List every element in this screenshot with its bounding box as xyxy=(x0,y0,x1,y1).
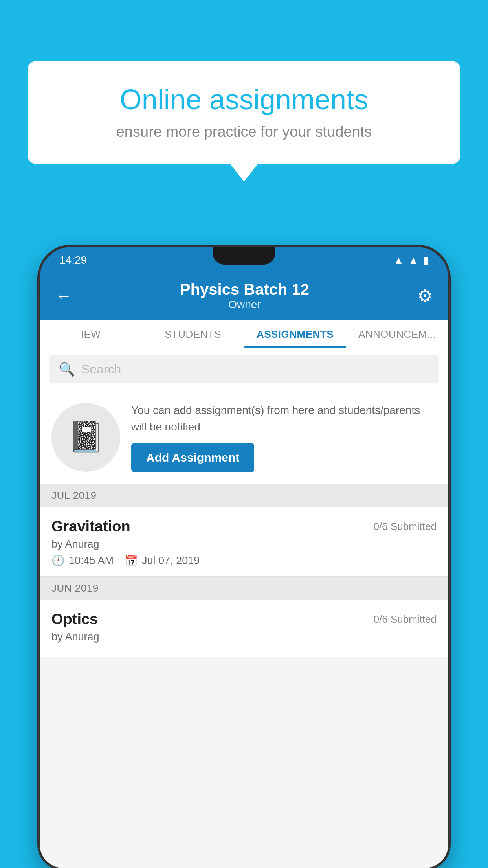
search-icon: 🔍 xyxy=(59,361,75,377)
assignment-by-gravitation: by Anurag xyxy=(51,538,437,550)
assignment-card-right: You can add assignment(s) from here and … xyxy=(131,402,437,472)
search-container: 🔍 Search xyxy=(40,348,448,390)
header-center: Physics Batch 12 Owner xyxy=(180,281,309,311)
assignment-icon-circle: 📓 xyxy=(51,403,120,472)
assignment-optics-row-top: Optics 0/6 Submitted xyxy=(51,611,437,628)
tab-assignments[interactable]: ASSIGNMENTS xyxy=(244,320,346,348)
submitted-count-optics: 0/6 Submitted xyxy=(374,613,437,625)
phone-content: 🔍 Search 📓 You can add assignment(s) fro… xyxy=(40,348,448,868)
app-header: ← Physics Batch 12 Owner ⚙ xyxy=(40,274,448,320)
back-button[interactable]: ← xyxy=(55,287,72,305)
assignment-by-optics: by Anurag xyxy=(51,631,437,643)
speech-bubble-title: Online assignments xyxy=(55,83,433,116)
settings-icon[interactable]: ⚙ xyxy=(417,286,433,306)
speech-bubble-container: Online assignments ensure more practice … xyxy=(28,61,460,182)
header-subtitle: Owner xyxy=(180,298,309,311)
status-time: 14:29 xyxy=(59,254,87,267)
search-placeholder: Search xyxy=(81,362,121,377)
submitted-count-gravitation: 0/6 Submitted xyxy=(374,520,437,533)
section-jun-2019: JUN 2019 xyxy=(40,577,448,600)
assignment-date: 📅 Jul 07, 2019 xyxy=(125,554,200,567)
assignment-title-optics: Optics xyxy=(51,611,98,628)
header-title: Physics Batch 12 xyxy=(180,281,309,298)
speech-bubble: Online assignments ensure more practice … xyxy=(28,61,460,164)
phone-notch xyxy=(213,247,275,265)
assignment-date-value: Jul 07, 2019 xyxy=(142,555,200,567)
wifi-icon: ▲ xyxy=(394,254,404,267)
tab-announcements[interactable]: ANNOUNCEM... xyxy=(346,320,448,348)
calendar-icon: 📅 xyxy=(125,554,138,567)
status-bar: 14:29 ▲ ▲ ▮ xyxy=(40,247,448,274)
tabs-bar: IEW STUDENTS ASSIGNMENTS ANNOUNCEM... xyxy=(40,320,448,348)
assignment-optics[interactable]: Optics 0/6 Submitted by Anurag xyxy=(40,600,448,657)
phone-frame: 14:29 ▲ ▲ ▮ ← Physics Batch 12 Owner ⚙ I… xyxy=(40,247,448,868)
add-assignment-card: 📓 You can add assignment(s) from here an… xyxy=(40,390,448,484)
status-icons: ▲ ▲ ▮ xyxy=(394,254,429,267)
assignment-notebook-icon: 📓 xyxy=(68,420,105,454)
section-jun-label: JUN 2019 xyxy=(51,582,99,594)
assignment-gravitation[interactable]: Gravitation 0/6 Submitted by Anurag 🕐 10… xyxy=(40,507,448,577)
assignment-time: 🕐 10:45 AM xyxy=(51,554,114,567)
assignment-meta-gravitation: 🕐 10:45 AM 📅 Jul 07, 2019 xyxy=(51,554,437,567)
tab-students[interactable]: STUDENTS xyxy=(142,320,244,348)
speech-bubble-arrow xyxy=(230,164,258,182)
section-jul-2019: JUL 2019 xyxy=(40,484,448,507)
assignment-row-top: Gravitation 0/6 Submitted xyxy=(51,518,437,535)
search-bar[interactable]: 🔍 Search xyxy=(49,355,439,383)
clock-icon: 🕐 xyxy=(51,554,65,567)
assignment-time-value: 10:45 AM xyxy=(69,555,114,567)
section-jul-label: JUL 2019 xyxy=(51,489,96,501)
battery-icon: ▮ xyxy=(423,254,429,267)
speech-bubble-subtitle: ensure more practice for your students xyxy=(55,123,433,140)
signal-icon: ▲ xyxy=(408,254,418,267)
add-assignment-button[interactable]: Add Assignment xyxy=(131,443,254,472)
assignment-card-description: You can add assignment(s) from here and … xyxy=(131,402,437,435)
assignment-title-gravitation: Gravitation xyxy=(51,518,130,535)
tab-iew[interactable]: IEW xyxy=(40,320,142,348)
